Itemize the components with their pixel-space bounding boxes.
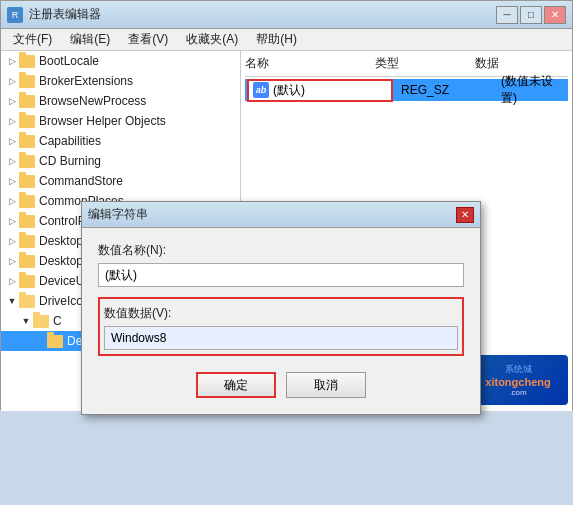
folder-icon — [47, 335, 63, 348]
confirm-button[interactable]: 确定 — [196, 372, 276, 398]
name-label: 数值名称(N): — [98, 242, 464, 259]
value-data: (数值未设置) — [501, 73, 566, 107]
menu-help[interactable]: 帮助(H) — [248, 29, 305, 50]
tree-item-cdburn[interactable]: ▷ CD Burning — [1, 151, 240, 171]
col-header-data: 数据 — [475, 55, 568, 72]
folder-icon — [19, 235, 35, 248]
title-buttons: ─ □ ✕ — [496, 6, 566, 24]
tree-arrow: ▷ — [5, 54, 19, 68]
menu-bar: 文件(F) 编辑(E) 查看(V) 收藏夹(A) 帮助(H) — [1, 29, 572, 51]
folder-icon — [19, 135, 35, 148]
cancel-button[interactable]: 取消 — [286, 372, 366, 398]
tree-arrow: ▷ — [5, 214, 19, 228]
wm-line3: .com — [509, 388, 526, 397]
folder-open-icon — [19, 295, 35, 308]
highlight-box: ab (默认) — [247, 79, 393, 102]
reg-value-icon: ab — [253, 82, 269, 98]
wm-line2: xitongcheng — [485, 376, 550, 388]
folder-icon — [19, 75, 35, 88]
menu-favorites[interactable]: 收藏夹(A) — [178, 29, 246, 50]
tree-arrow-open: ▼ — [5, 294, 19, 308]
dialog-title-bar: 编辑字符串 ✕ — [82, 202, 480, 228]
tree-arrow — [33, 334, 47, 348]
watermark: 系统城 xitongcheng .com — [468, 355, 568, 405]
col-header-name: 名称 — [245, 55, 375, 72]
folder-icon — [19, 215, 35, 228]
tree-arrow: ▷ — [5, 94, 19, 108]
dialog-title: 编辑字符串 — [88, 206, 148, 223]
menu-view[interactable]: 查看(V) — [120, 29, 176, 50]
title-bar-left: R 注册表编辑器 — [7, 6, 101, 23]
tree-item-browsenew[interactable]: ▷ BrowseNewProcess — [1, 91, 240, 111]
tree-arrow: ▷ — [5, 254, 19, 268]
tree-label: CD Burning — [39, 154, 101, 168]
data-input[interactable] — [104, 326, 458, 350]
tree-arrow: ▷ — [5, 194, 19, 208]
list-row-default[interactable]: ab (默认) REG_SZ (数值未设置) — [245, 79, 568, 101]
folder-icon — [19, 155, 35, 168]
tree-label: BootLocale — [39, 54, 99, 68]
folder-icon — [19, 275, 35, 288]
tree-arrow: ▷ — [5, 114, 19, 128]
tree-item-browserhelper[interactable]: ▷ Browser Helper Objects — [1, 111, 240, 131]
menu-file[interactable]: 文件(F) — [5, 29, 60, 50]
tree-item-brokerext[interactable]: ▷ BrokerExtensions — [1, 71, 240, 91]
tree-label: CommandStore — [39, 174, 123, 188]
col-header-type: 类型 — [375, 55, 475, 72]
folder-open-icon — [33, 315, 49, 328]
tree-item-capabilities[interactable]: ▷ Capabilities — [1, 131, 240, 151]
tree-arrow: ▷ — [5, 274, 19, 288]
tree-arrow: ▷ — [5, 234, 19, 248]
window-close-button[interactable]: ✕ — [544, 6, 566, 24]
window-title: 注册表编辑器 — [29, 6, 101, 23]
name-input[interactable] — [98, 263, 464, 287]
tree-arrow: ▷ — [5, 134, 19, 148]
wm-line1: 系统城 — [505, 363, 532, 376]
maximize-button[interactable]: □ — [520, 6, 542, 24]
edit-string-dialog: 编辑字符串 ✕ 数值名称(N): 数值数据(V): 确定 取消 — [81, 201, 481, 415]
tree-arrow: ▷ — [5, 174, 19, 188]
dialog-footer: 确定 取消 — [98, 366, 464, 402]
folder-icon — [19, 95, 35, 108]
value-type: REG_SZ — [401, 83, 501, 97]
tree-arrow-open: ▼ — [19, 314, 33, 328]
tree-label: BrokerExtensions — [39, 74, 133, 88]
tree-label: Browser Helper Objects — [39, 114, 166, 128]
tree-label: C — [53, 314, 62, 328]
folder-icon — [19, 55, 35, 68]
tree-item-commandstore[interactable]: ▷ CommandStore — [1, 171, 240, 191]
folder-icon — [19, 175, 35, 188]
tree-item-bootlocale[interactable]: ▷ BootLocale — [1, 51, 240, 71]
tree-label: Capabilities — [39, 134, 101, 148]
title-bar: R 注册表编辑器 ─ □ ✕ — [1, 1, 572, 29]
main-window: R 注册表编辑器 ─ □ ✕ 文件(F) 编辑(E) 查看(V) 收藏夹(A) … — [0, 0, 573, 410]
tree-arrow: ▷ — [5, 74, 19, 88]
dialog-body: 数值名称(N): 数值数据(V): 确定 取消 — [82, 228, 480, 414]
dialog-close-button[interactable]: ✕ — [456, 207, 474, 223]
app-icon: R — [7, 7, 23, 23]
menu-edit[interactable]: 编辑(E) — [62, 29, 118, 50]
data-highlight-wrapper: 数值数据(V): — [98, 297, 464, 356]
tree-label: BrowseNewProcess — [39, 94, 146, 108]
minimize-button[interactable]: ─ — [496, 6, 518, 24]
tree-arrow: ▷ — [5, 154, 19, 168]
folder-icon — [19, 195, 35, 208]
folder-icon — [19, 115, 35, 128]
value-name: (默认) — [273, 82, 387, 99]
data-label: 数值数据(V): — [104, 303, 458, 324]
tree-label: Desktop — [39, 234, 83, 248]
folder-icon — [19, 255, 35, 268]
